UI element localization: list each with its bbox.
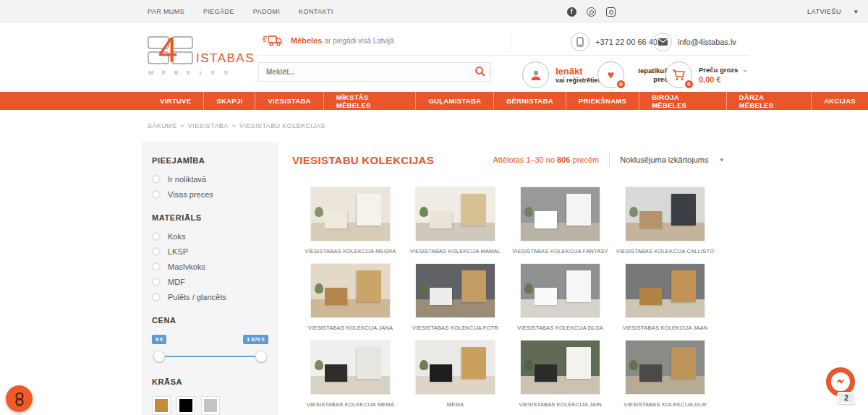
product-image[interactable] (415, 263, 495, 318)
nav-prieksnams[interactable]: PRIEKŠNAMS (566, 92, 639, 110)
product-card[interactable]: VIESISTABAS KOLEKCIJA JAAN (625, 263, 705, 340)
radio-icon[interactable] (152, 232, 161, 241)
cart-button[interactable]: 0 Preču grozs⌄ 0,00 € (665, 61, 747, 88)
product-name[interactable]: MEMA (447, 401, 464, 408)
radio-icon[interactable] (152, 175, 161, 184)
filter-price: CENA 9 € 1 070 € (152, 316, 268, 363)
facebook-icon[interactable]: f (566, 7, 576, 17)
breadcrumb-home[interactable]: SĀKUMS (148, 122, 176, 129)
filter-option-mdf[interactable]: MDF (152, 278, 268, 286)
breadcrumb-separator: » (180, 122, 184, 129)
product-name[interactable]: VIESISTABAS KOLEKCIJA DLGA (517, 325, 603, 331)
product-card[interactable]: VIESISTABAS KOLEKCIJA DLW (625, 340, 705, 415)
product-name[interactable]: VIESISTABAS KOLEKCIJA MAMAL (410, 248, 501, 254)
product-card[interactable]: VIESISTABAS KOLEKCIJA MAMAL (415, 187, 495, 263)
slider-handle-min[interactable] (153, 351, 165, 362)
radio-icon[interactable] (152, 262, 161, 271)
product-image[interactable] (310, 340, 391, 395)
product-image[interactable] (520, 187, 600, 241)
product-image[interactable] (625, 340, 705, 395)
radio-icon[interactable] (152, 293, 161, 301)
product-name[interactable]: VIESISTABAS KOLEKCIJA JAIN (519, 401, 602, 408)
product-image[interactable] (625, 187, 705, 241)
color-swatch-brown[interactable] (152, 396, 171, 415)
filter-option-masivkoks[interactable]: Masīvkoks (152, 262, 268, 271)
top-link-kontakti[interactable]: KONTAKTI (299, 8, 333, 15)
product-image[interactable] (625, 263, 705, 318)
top-link-padomi[interactable]: PADOMI (253, 8, 280, 15)
nav-gulamistaba[interactable]: GUĻAMISTABA (416, 92, 494, 110)
nav-akcijas[interactable]: AKCIJAS (812, 92, 868, 110)
chevron-down-icon[interactable]: ▾ (720, 156, 723, 163)
top-link-par-mums[interactable]: PAR MUMS (148, 8, 184, 15)
product-card[interactable]: VIESISTABAS KOLEKCIJA FOTR (415, 263, 495, 340)
breadcrumb-category[interactable]: VIESISTABA (188, 122, 229, 129)
tagline-rest: ar piegādi visā Latvijā (324, 37, 393, 45)
nav-virtuve[interactable]: VIRTUVE (148, 92, 204, 110)
nav-mikstas-mebeles[interactable]: MĪKSTĀS MĒBELES (324, 92, 417, 110)
product-image[interactable] (415, 187, 495, 241)
filter-option-koks[interactable]: Koks (152, 232, 268, 241)
product-card[interactable]: VIESISTABAS KOLEKCIJA MEMA (310, 340, 391, 415)
search-input[interactable] (258, 62, 491, 82)
product-card[interactable]: VIESISTABAS KOLEKCIJA FANTASY (520, 187, 600, 263)
radio-icon[interactable] (152, 190, 161, 199)
product-name[interactable]: VIESISTABAS KOLEKCIJA CALLISTO (616, 248, 714, 254)
filter-option-lksp[interactable]: LKSP (152, 247, 268, 256)
color-swatch-gray[interactable] (201, 396, 220, 415)
nav-viesistaba[interactable]: VIESISTABA (255, 92, 323, 110)
wishlist-button[interactable]: ♥ 0 Iepatikušās preces (597, 61, 676, 88)
slider-track[interactable] (158, 356, 263, 357)
phone-contact[interactable]: +371 22 00 66 40 (571, 33, 658, 51)
nav-skapji[interactable]: SKAPJI (204, 92, 255, 110)
whatsapp-icon[interactable] (586, 7, 596, 17)
instagram-icon[interactable] (605, 7, 616, 17)
messenger-badge[interactable]: 2 (837, 392, 856, 404)
product-image[interactable] (415, 340, 495, 395)
slider-handle-max[interactable] (255, 351, 267, 362)
user-icon (522, 61, 549, 88)
product-card[interactable]: VIESISTABAS KOLEKCIJA DLGA (520, 263, 600, 340)
logo[interactable]: 4 ISTABAS MĒBELES (148, 36, 244, 82)
color-swatch-black[interactable] (176, 396, 195, 415)
filter-option-visas-preces[interactable]: Visas preces (152, 190, 268, 199)
product-image[interactable] (520, 263, 600, 318)
radio-icon[interactable] (152, 247, 161, 256)
filter-availability: PIEEJAMĪBA Ir noliktavā Visas preces (152, 156, 268, 199)
top-link-piegade[interactable]: PIEGĀDE (203, 8, 234, 15)
product-image[interactable] (310, 263, 391, 318)
product-name[interactable]: VIESISTABAS KOLEKCIJA JAAN (623, 325, 708, 331)
product-name[interactable]: VIESISTABAS KOLEKCIJA DLW (624, 401, 706, 408)
filter-option-pulets[interactable]: Pulēts / glancēts (152, 293, 268, 301)
nav-bernistaba[interactable]: BĒRNISTABA (494, 92, 566, 110)
product-name[interactable]: VIESISTABAS KOLEKCIJA FANTASY (512, 248, 608, 254)
filter-option-ir-noliktava[interactable]: Ir noliktavā (152, 175, 268, 184)
sort-dropdown[interactable]: Noklusējuma izkārtojums (620, 155, 708, 164)
results-number: 806 (557, 155, 570, 164)
nav-darza-mebeles[interactable]: DĀRZA MĒBELES (727, 92, 812, 110)
product-card[interactable]: VIESISTABAS KOLEKCIJA CALLISTO (625, 187, 705, 263)
account-button[interactable]: Ienākt vai reģistrēties (522, 61, 602, 88)
product-card[interactable]: VIESISTABAS KOLEKCIJA JANA (310, 263, 391, 340)
radio-icon[interactable] (152, 278, 161, 286)
product-card[interactable]: VIESISTABAS KOLEKCIJA MEGRA (310, 187, 391, 263)
chat-widget-icon (14, 391, 25, 407)
language-selector[interactable]: LATVIEŠU ▾ (807, 0, 858, 23)
product-image[interactable] (310, 187, 391, 241)
product-card[interactable]: MEMA (415, 340, 495, 415)
email-contact[interactable]: info@4istabas.lv (653, 33, 736, 51)
product-name[interactable]: VIESISTABAS KOLEKCIJA MEGRA (305, 248, 396, 254)
product-name[interactable]: VIESISTABAS KOLEKCIJA FOTR (412, 325, 498, 331)
heart-icon: ♥ 0 (597, 61, 624, 88)
product-card[interactable]: VIESISTABAS KOLEKCIJA JAIN (520, 340, 600, 415)
toolbar-divider (609, 152, 610, 168)
price-slider[interactable] (153, 350, 267, 363)
top-bar: PAR MUMS PIEGĀDE PADOMI KONTAKTI f LATVI… (0, 0, 868, 23)
product-name[interactable]: VIESISTABAS KOLEKCIJA JANA (308, 325, 393, 331)
chat-widget-button[interactable] (6, 385, 33, 412)
product-name[interactable]: VIESISTABAS KOLEKCIJA MEMA (307, 401, 394, 408)
search-icon[interactable] (475, 66, 486, 77)
page-title: VIESISTABU KOLEKCIJAS (292, 154, 434, 166)
product-image[interactable] (520, 340, 600, 395)
nav-biroja-mebeles[interactable]: BIROJA MĒBELES (639, 92, 726, 110)
